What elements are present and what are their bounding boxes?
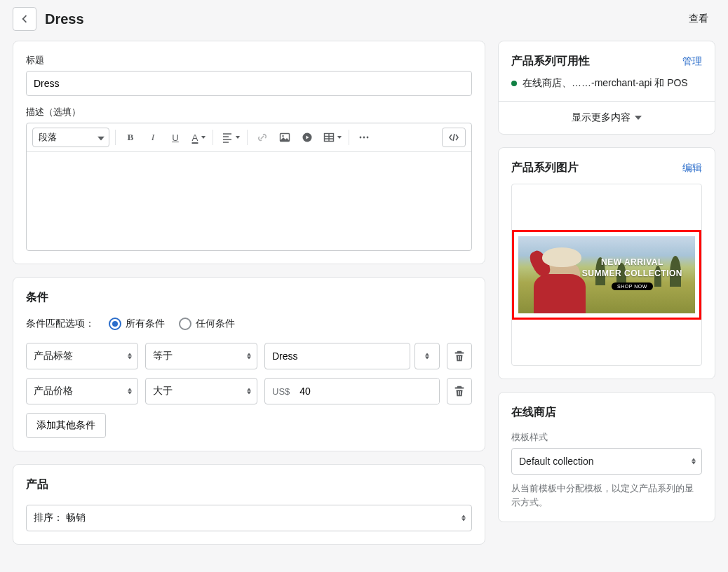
condition-delete-button[interactable] [447, 343, 472, 369]
back-button[interactable] [13, 7, 36, 31]
condition-sort-handle[interactable] [414, 343, 440, 369]
availability-status: 在线商店、……-merchant-api 和 POS [523, 77, 688, 90]
condition-value-input[interactable] [264, 343, 410, 369]
availability-card: 产品系列可用性 管理 在线商店、……-merchant-api 和 POS 显示… [498, 41, 715, 135]
online-store-card: 在线商店 模板样式 Default collection 从当前模板中分配模板，… [498, 392, 715, 522]
availability-title: 产品系列可用性 [511, 54, 590, 69]
condition-row: 产品标签 等于 [26, 343, 472, 369]
radio-any[interactable]: 任何条件 [179, 318, 235, 330]
match-label: 条件匹配选项： [26, 318, 95, 330]
conditions-card: 条件 条件匹配选项： 所有条件 任何条件 产品标签 [13, 277, 485, 451]
arrow-left-icon [18, 13, 31, 25]
align-button[interactable] [219, 128, 241, 147]
code-view-button[interactable] [442, 128, 466, 147]
italic-button[interactable]: I [144, 128, 162, 147]
more-button[interactable] [355, 128, 373, 147]
show-more-button[interactable]: 显示更多内容 [499, 101, 715, 134]
bold-button[interactable]: B [121, 128, 140, 147]
trash-icon [453, 385, 466, 397]
highlight-annotation: NEW ARRIVAL SUMMER COLLECTION SHOP NOW [512, 230, 701, 320]
condition-field-select[interactable]: 产品价格 [26, 378, 138, 404]
conditions-title: 条件 [26, 290, 472, 305]
underline-button[interactable]: U [166, 128, 184, 147]
products-card: 产品 排序：畅销 [13, 464, 485, 545]
trash-icon [453, 350, 466, 362]
page-title: Dress [45, 11, 84, 27]
caret-down-icon [97, 137, 105, 141]
condition-price-input[interactable]: US$ [264, 378, 440, 404]
template-help-text: 从当前模板中分配模板，以定义产品系列的显示方式。 [511, 482, 702, 509]
products-title: 产品 [26, 477, 472, 492]
status-dot-icon [511, 81, 517, 86]
page-header: Dress 查看 [13, 7, 715, 31]
title-card: 标题 描述（选填） 段落 B I U A [13, 41, 485, 264]
dots-icon [358, 132, 370, 143]
radio-checked-icon [109, 318, 121, 330]
code-icon [448, 132, 459, 143]
svg-point-4 [360, 137, 362, 139]
radio-all[interactable]: 所有条件 [109, 318, 165, 330]
svg-point-6 [367, 137, 369, 139]
template-select[interactable]: Default collection [511, 448, 702, 475]
rich-text-editor: 段落 B I U A [26, 123, 472, 251]
condition-row: 产品价格 大于 US$ [26, 378, 472, 404]
condition-operator-select[interactable]: 大于 [145, 378, 257, 404]
description-label: 描述（选填） [26, 106, 472, 118]
template-label: 模板样式 [511, 431, 702, 444]
manage-button[interactable]: 管理 [682, 55, 702, 68]
collection-image-card: 产品系列图片 编辑 [498, 147, 715, 379]
online-store-title: 在线商店 [511, 405, 702, 420]
view-button[interactable]: 查看 [682, 8, 715, 29]
paragraph-select[interactable]: 段落 [32, 128, 109, 147]
align-left-icon [222, 132, 233, 143]
sort-select[interactable]: 排序：畅销 [26, 505, 472, 531]
link-icon [257, 132, 268, 143]
radio-unchecked-icon [179, 318, 191, 330]
image-icon [279, 132, 290, 143]
editor-toolbar: 段落 B I U A [27, 123, 471, 152]
link-button[interactable] [253, 128, 271, 147]
condition-operator-select[interactable]: 等于 [145, 343, 257, 369]
image-button[interactable] [276, 128, 294, 147]
table-button[interactable] [321, 128, 343, 147]
edit-image-button[interactable]: 编辑 [682, 162, 702, 175]
image-preview-frame: NEW ARRIVAL SUMMER COLLECTION SHOP NOW [511, 184, 702, 366]
title-input[interactable] [26, 71, 472, 96]
editor-textarea[interactable] [27, 152, 471, 250]
svg-point-5 [363, 137, 365, 139]
chevron-down-icon [635, 116, 642, 120]
table-icon [323, 132, 335, 143]
condition-field-select[interactable]: 产品标签 [26, 343, 138, 369]
condition-delete-button[interactable] [447, 378, 472, 404]
video-button[interactable] [298, 128, 316, 147]
play-circle-icon [302, 132, 313, 143]
collection-image[interactable]: NEW ARRIVAL SUMMER COLLECTION SHOP NOW [518, 236, 695, 313]
title-label: 标题 [26, 54, 472, 67]
add-condition-button[interactable]: 添加其他条件 [26, 413, 106, 438]
text-color-button[interactable]: A [189, 128, 207, 147]
image-section-title: 产品系列图片 [511, 161, 579, 175]
svg-point-1 [282, 135, 283, 137]
